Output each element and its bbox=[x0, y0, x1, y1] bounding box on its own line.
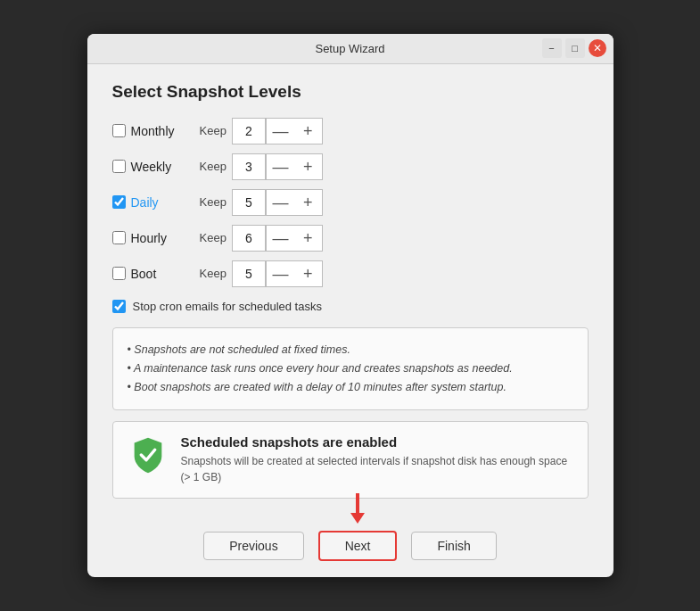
snapshot-row-boot: BootKeep—+ bbox=[112, 260, 589, 287]
snapshot-label-text-hourly: Hourly bbox=[131, 231, 167, 245]
snapshot-checkbox-daily[interactable] bbox=[112, 195, 126, 209]
stop-cron-label: Stop cron emails for scheduled tasks bbox=[133, 300, 322, 313]
info-lines: • Snapshots are not scheduled at fixed t… bbox=[128, 341, 573, 398]
snapshot-row-monthly: MonthlyKeep—+ bbox=[112, 118, 589, 144]
next-button-wrapper: Next bbox=[318, 531, 398, 561]
increment-button-weekly[interactable]: + bbox=[294, 153, 323, 180]
decrement-button-boot[interactable]: — bbox=[266, 260, 294, 287]
status-title: Scheduled snapshots are enabled bbox=[181, 434, 573, 450]
snapshot-label-hourly[interactable]: Hourly bbox=[112, 231, 193, 245]
snapshot-checkbox-monthly[interactable] bbox=[112, 124, 126, 137]
snapshot-checkbox-weekly[interactable] bbox=[112, 160, 126, 173]
keep-label-hourly: Keep bbox=[200, 231, 226, 244]
arrow-head bbox=[350, 513, 365, 524]
maximize-button[interactable]: □ bbox=[565, 38, 585, 58]
decrement-button-monthly[interactable]: — bbox=[266, 118, 294, 144]
shield-check-icon bbox=[128, 434, 169, 475]
snapshot-rows-container: MonthlyKeep—+WeeklyKeep—+DailyKeep—+Hour… bbox=[112, 118, 589, 287]
decrement-button-hourly[interactable]: — bbox=[266, 225, 294, 252]
info-line: • A maintenance task runs once every hou… bbox=[128, 359, 573, 378]
snapshot-label-text-boot: Boot bbox=[131, 267, 157, 281]
window-controls: − □ ✕ bbox=[542, 38, 606, 58]
snapshot-label-weekly[interactable]: Weekly bbox=[112, 160, 193, 174]
keep-label-boot: Keep bbox=[200, 267, 226, 280]
page-title: Select Snapshot Levels bbox=[112, 82, 589, 102]
stop-cron-checkbox[interactable] bbox=[112, 300, 126, 313]
snapshot-label-text-daily: Daily bbox=[131, 195, 159, 210]
increment-button-monthly[interactable]: + bbox=[294, 118, 323, 144]
info-box: • Snapshots are not scheduled at fixed t… bbox=[112, 327, 589, 411]
setup-wizard-window: Setup Wizard − □ ✕ Select Snapshot Level… bbox=[87, 34, 614, 578]
minimize-button[interactable]: − bbox=[542, 38, 562, 58]
snapshot-row-daily: DailyKeep—+ bbox=[112, 189, 589, 216]
snapshot-label-monthly[interactable]: Monthly bbox=[112, 124, 193, 138]
snapshot-checkbox-boot[interactable] bbox=[112, 267, 126, 280]
info-line: • Snapshots are not scheduled at fixed t… bbox=[128, 341, 573, 359]
increment-button-boot[interactable]: + bbox=[294, 260, 323, 287]
decrement-button-daily[interactable]: — bbox=[266, 189, 294, 216]
keep-label-monthly: Keep bbox=[200, 124, 226, 137]
arrow-line bbox=[356, 493, 359, 513]
titlebar: Setup Wizard − □ ✕ bbox=[87, 34, 614, 64]
keep-input-weekly[interactable] bbox=[232, 153, 266, 180]
previous-button[interactable]: Previous bbox=[203, 532, 303, 560]
keep-input-hourly[interactable] bbox=[232, 225, 266, 252]
close-button[interactable]: ✕ bbox=[589, 39, 606, 57]
status-box: Scheduled snapshots are enabled Snapshot… bbox=[112, 421, 589, 499]
content-area: Select Snapshot Levels MonthlyKeep—+Week… bbox=[87, 64, 614, 532]
footer: Previous Next Finish bbox=[87, 531, 614, 577]
snapshot-row-hourly: HourlyKeep—+ bbox=[112, 225, 589, 252]
next-button[interactable]: Next bbox=[318, 531, 398, 561]
snapshot-checkbox-hourly[interactable] bbox=[112, 231, 126, 244]
decrement-button-weekly[interactable]: — bbox=[266, 153, 294, 180]
increment-button-daily[interactable]: + bbox=[294, 189, 323, 216]
increment-button-hourly[interactable]: + bbox=[294, 225, 323, 252]
arrow-indicator bbox=[350, 493, 365, 524]
keep-input-daily[interactable] bbox=[232, 189, 266, 216]
status-desc: Snapshots will be created at selected in… bbox=[181, 453, 573, 485]
snapshot-label-text-weekly: Weekly bbox=[131, 160, 172, 174]
stop-cron-row: Stop cron emails for scheduled tasks bbox=[112, 300, 589, 313]
status-text-block: Scheduled snapshots are enabled Snapshot… bbox=[181, 434, 573, 485]
keep-label-weekly: Keep bbox=[200, 160, 226, 173]
snapshot-label-daily[interactable]: Daily bbox=[112, 195, 193, 210]
snapshot-row-weekly: WeeklyKeep—+ bbox=[112, 153, 589, 180]
finish-button[interactable]: Finish bbox=[411, 532, 496, 560]
info-line: • Boot snapshots are created with a dela… bbox=[128, 378, 573, 397]
keep-label-daily: Keep bbox=[200, 195, 226, 209]
window-title: Setup Wizard bbox=[315, 42, 384, 55]
snapshot-label-boot[interactable]: Boot bbox=[112, 267, 193, 281]
snapshot-label-text-monthly: Monthly bbox=[131, 124, 175, 138]
keep-input-monthly[interactable] bbox=[232, 118, 266, 144]
keep-input-boot[interactable] bbox=[232, 260, 266, 287]
